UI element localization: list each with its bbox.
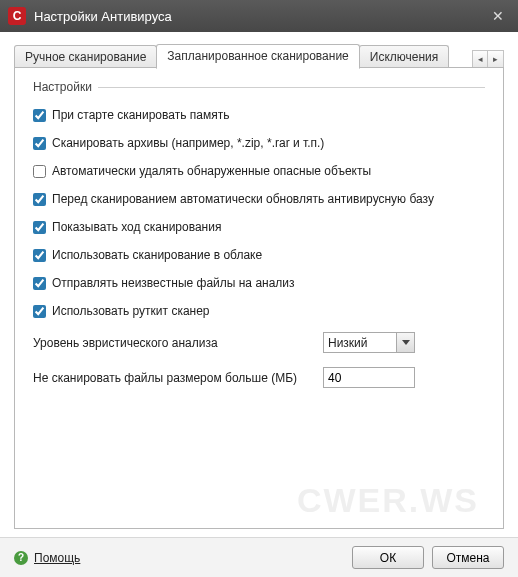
option-row: Использовать руткит сканер [33, 304, 485, 318]
size-limit-input[interactable] [323, 367, 415, 388]
checkbox-cloud-scan[interactable] [33, 249, 46, 262]
checkbox-update-db[interactable] [33, 193, 46, 206]
title-bar: C Настройки Антивируса ✕ [0, 0, 518, 32]
tab-manual-scan[interactable]: Ручное сканирование [14, 45, 157, 68]
option-label: Сканировать архивы (например, *.zip, *.r… [52, 136, 324, 150]
footer-bar: ? Помощь ОК Отмена [0, 537, 518, 577]
checkbox-send-unknown[interactable] [33, 277, 46, 290]
heuristic-label: Уровень эвристического анализа [33, 336, 323, 350]
checkbox-scan-memory[interactable] [33, 109, 46, 122]
app-logo: C [8, 7, 26, 25]
tab-scheduled-scan[interactable]: Запланированное сканирование [156, 44, 359, 69]
heuristic-row: Уровень эвристического анализа Низкий [33, 332, 485, 353]
checkbox-show-progress[interactable] [33, 221, 46, 234]
option-row: Перед сканированием автоматически обновл… [33, 192, 485, 206]
size-limit-row: Не сканировать файлы размером больше (МБ… [33, 367, 485, 388]
option-label: Перед сканированием автоматически обновл… [52, 192, 434, 206]
checkbox-scan-archives[interactable] [33, 137, 46, 150]
option-label: Использовать сканирование в облаке [52, 248, 262, 262]
option-label: Использовать руткит сканер [52, 304, 210, 318]
window-title: Настройки Антивируса [34, 9, 486, 24]
option-row: Автоматически удалять обнаруженные опасн… [33, 164, 485, 178]
group-header: Настройки [33, 80, 485, 94]
heuristic-value: Низкий [328, 336, 368, 350]
option-label: Автоматически удалять обнаруженные опасн… [52, 164, 371, 178]
content-area: Ручное сканирование Запланированное скан… [0, 32, 518, 537]
checkbox-auto-delete[interactable] [33, 165, 46, 178]
ok-button[interactable]: ОК [352, 546, 424, 569]
close-icon[interactable]: ✕ [486, 6, 510, 26]
option-row: Показывать ход сканирования [33, 220, 485, 234]
option-row: Использовать сканирование в облаке [33, 248, 485, 262]
tab-exclusions[interactable]: Исключения [359, 45, 450, 68]
size-limit-label: Не сканировать файлы размером больше (МБ… [33, 371, 323, 385]
tab-scroll-right-icon[interactable]: ▸ [488, 50, 504, 68]
tab-scroll-left-icon[interactable]: ◂ [472, 50, 488, 68]
heuristic-select[interactable]: Низкий [323, 332, 415, 353]
option-label: Показывать ход сканирования [52, 220, 221, 234]
option-row: Сканировать архивы (например, *.zip, *.r… [33, 136, 485, 150]
group-divider [98, 87, 485, 88]
tab-scroll: ◂ ▸ [472, 50, 504, 68]
option-label: При старте сканировать память [52, 108, 229, 122]
option-row: При старте сканировать память [33, 108, 485, 122]
help-link[interactable]: Помощь [34, 551, 80, 565]
tab-bar: Ручное сканирование Запланированное скан… [14, 44, 504, 68]
option-row: Отправлять неизвестные файлы на анализ [33, 276, 485, 290]
option-label: Отправлять неизвестные файлы на анализ [52, 276, 295, 290]
group-title: Настройки [33, 80, 92, 94]
checkbox-rootkit-scanner[interactable] [33, 305, 46, 318]
chevron-down-icon [396, 333, 414, 352]
settings-panel: Настройки При старте сканировать память … [14, 67, 504, 529]
watermark: CWER.WS [297, 481, 479, 520]
help-icon: ? [14, 551, 28, 565]
cancel-button[interactable]: Отмена [432, 546, 504, 569]
